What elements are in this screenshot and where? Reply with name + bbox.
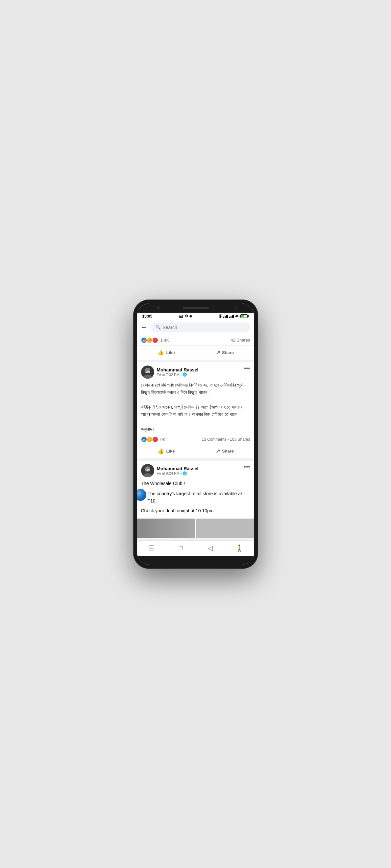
reaction-count-top: 1.4K bbox=[161, 338, 169, 343]
status-bar: 10:05 📷 ⚙ ◈ 📳 bbox=[137, 313, 254, 320]
speaker-grille bbox=[183, 307, 209, 309]
like-emoji-stat-1: 👍 bbox=[141, 436, 147, 442]
status-system-icons: 📷 ⚙ ◈ bbox=[179, 314, 192, 318]
signal-bar-2 bbox=[225, 316, 226, 318]
search-icon: 🔍 bbox=[156, 325, 161, 330]
phone-bottom-hardware bbox=[137, 556, 254, 565]
shares-count-1: 103 Shares bbox=[230, 437, 250, 442]
status-right-icons: 📳 4G bbox=[218, 314, 249, 318]
network-type-label: 4G bbox=[235, 314, 240, 318]
post-content-1: যেকান কারণে যদি পণ্য ডেলিভার বিলম্বিত হয… bbox=[137, 381, 254, 435]
comments-count-1: 13 Comments bbox=[202, 437, 227, 442]
like-emoji: 👍 bbox=[141, 337, 147, 343]
stats-right-1: 13 Comments • 103 Shares bbox=[202, 437, 250, 442]
author-info-1: Mohammad Rassel Fri at 7:32 PM • 🌐 bbox=[157, 367, 199, 377]
status-time: 10:05 bbox=[142, 314, 152, 318]
back-nav-icon: ◁ bbox=[208, 544, 213, 552]
post-card-1: MR Mohammad Rassel Fri at 7:32 PM • 🌐 bbox=[137, 362, 254, 459]
signal-bars bbox=[223, 315, 228, 318]
avatar-1: MR bbox=[141, 366, 154, 379]
accessibility-icon: 🚶 bbox=[235, 544, 244, 552]
reactions-row-top: 👍 😆 ❤️ 1.4K 42 Shares bbox=[137, 335, 254, 345]
nav-menu-button[interactable]: ☰ bbox=[145, 543, 158, 553]
post-text-1b: এইটুকু নিশ্চিত থাকেন, সম্পূর্ণ ডেলিভারির… bbox=[141, 404, 243, 417]
globe-icon-2: 🌐 bbox=[183, 471, 187, 475]
post-card-top: 👍 😆 ❤️ 1.4K 42 Shares bbox=[137, 335, 254, 360]
reaction-count-1: 9K bbox=[161, 437, 166, 442]
bottom-navigation: ☰ □ ◁ 🚶 bbox=[137, 540, 254, 556]
author-name-1: Mohammad Rassel bbox=[157, 367, 199, 372]
post-text-2b: The country's largest retail store is av… bbox=[141, 490, 250, 505]
more-options-btn-2[interactable]: ••• bbox=[244, 464, 250, 470]
battery-fill bbox=[241, 315, 244, 317]
action-bar-top: 👍 Like ↗ Share bbox=[137, 345, 254, 360]
post-content-2: The Wholesale Club ! The country's large… bbox=[137, 479, 254, 517]
love-emoji-stat-1: ❤️ bbox=[152, 436, 158, 442]
signal-bar2-3 bbox=[232, 315, 233, 318]
post-time-2: Fri at 6:24 PM bbox=[157, 471, 179, 475]
stats-separator-1: • bbox=[228, 437, 230, 442]
back-button[interactable]: ← bbox=[141, 323, 148, 331]
phone-top-hardware bbox=[137, 304, 254, 313]
battery-tip bbox=[248, 315, 249, 317]
signal-bar2-4 bbox=[233, 315, 234, 318]
shares-count-top: 42 Shares bbox=[230, 338, 250, 343]
search-input[interactable]: 🔍 Search bbox=[151, 322, 250, 332]
post-meta-2: Fri at 6:24 PM • 🌐 bbox=[157, 471, 199, 475]
post-image-preview bbox=[137, 519, 254, 538]
share-btn-icon-1: ↗ bbox=[216, 448, 220, 454]
post-text-1c: ধন্যবাদ। bbox=[141, 426, 155, 432]
nav-accessibility-button[interactable]: 🚶 bbox=[233, 543, 246, 553]
love-emoji: ❤️ bbox=[152, 337, 158, 343]
signal-bars-2 bbox=[229, 315, 234, 318]
like-button-1[interactable]: 👍 Like bbox=[137, 445, 196, 457]
phone-frame: 10:05 📷 ⚙ ◈ 📳 bbox=[133, 300, 258, 569]
front-camera-right bbox=[234, 306, 238, 309]
signal-bar-3 bbox=[226, 315, 227, 318]
nav-home-button[interactable]: □ bbox=[174, 543, 188, 553]
haha-emoji-stat-1: 😆 bbox=[147, 436, 152, 442]
more-options-btn-1[interactable]: ••• bbox=[244, 366, 250, 371]
signal-bar-1 bbox=[223, 317, 224, 318]
author-info-2: Mohammad Rassel Fri at 6:24 PM • 🌐 bbox=[157, 466, 199, 475]
post-author-2: MR Mohammad Rassel Fri at 6:24 PM • 🌐 bbox=[141, 464, 199, 477]
search-placeholder-text: Search bbox=[163, 325, 177, 330]
signal-bar2-2 bbox=[230, 316, 231, 318]
settings-status-icon: ⚙ bbox=[185, 314, 188, 318]
svg-text:MR: MR bbox=[145, 469, 150, 472]
post-stats-1: 👍 😆 ❤️ 9K 13 Comments bbox=[137, 435, 254, 444]
like-label-1: Like bbox=[166, 448, 175, 454]
like-label-top: Like bbox=[166, 350, 175, 355]
post-meta-1: Fri at 7:32 PM • 🌐 bbox=[157, 372, 199, 377]
share-button-1[interactable]: ↗ Share bbox=[196, 445, 254, 457]
post-header-1: MR Mohammad Rassel Fri at 7:32 PM • 🌐 bbox=[137, 362, 254, 381]
post-privacy-sep-2: • bbox=[180, 471, 182, 475]
haha-emoji: 😆 bbox=[147, 337, 152, 343]
avatar-2: MR bbox=[141, 464, 154, 477]
share-button-top[interactable]: ↗ Share bbox=[196, 347, 254, 358]
post-header-2: MR Mohammad Rassel Fri at 6:24 PM • 🌐 bbox=[137, 461, 254, 479]
post-text-2a: The Wholesale Club ! bbox=[141, 480, 250, 487]
camera-status-icon: 📷 bbox=[179, 314, 184, 318]
nav-back-button[interactable]: ◁ bbox=[203, 543, 217, 553]
phone-screen: 10:05 📷 ⚙ ◈ 📳 bbox=[137, 304, 254, 565]
signal-bar2-1 bbox=[229, 317, 230, 318]
post-time-1: Fri at 7:32 PM bbox=[157, 373, 179, 377]
share-label-top: Share bbox=[222, 350, 234, 355]
share-icon: ↗ bbox=[216, 349, 220, 356]
search-bar: ← 🔍 Search bbox=[137, 320, 254, 335]
like-btn-icon-1: 👍 bbox=[158, 448, 164, 454]
front-camera-left bbox=[157, 306, 160, 309]
reaction-emojis-top: 👍 😆 ❤️ 1.4K bbox=[141, 337, 169, 343]
news-feed[interactable]: 👍 😆 ❤️ 1.4K 42 Shares bbox=[137, 335, 254, 540]
vibrate-icon: 📳 bbox=[218, 314, 222, 318]
author-name-2: Mohammad Rassel bbox=[157, 466, 199, 471]
share-label-1: Share bbox=[222, 448, 234, 454]
post-text-1: যেকান কারণে যদি পণ্য ডেলিভার বিলম্বিত হয… bbox=[141, 382, 243, 395]
menu-icon: ☰ bbox=[149, 544, 155, 552]
battery-icon bbox=[241, 314, 249, 318]
screen-content: 10:05 📷 ⚙ ◈ 📳 bbox=[137, 313, 254, 556]
post-privacy-icon-1: • bbox=[180, 373, 182, 377]
stats-left-1: 👍 😆 ❤️ 9K bbox=[141, 436, 166, 442]
like-button-top[interactable]: 👍 Like bbox=[137, 347, 196, 358]
